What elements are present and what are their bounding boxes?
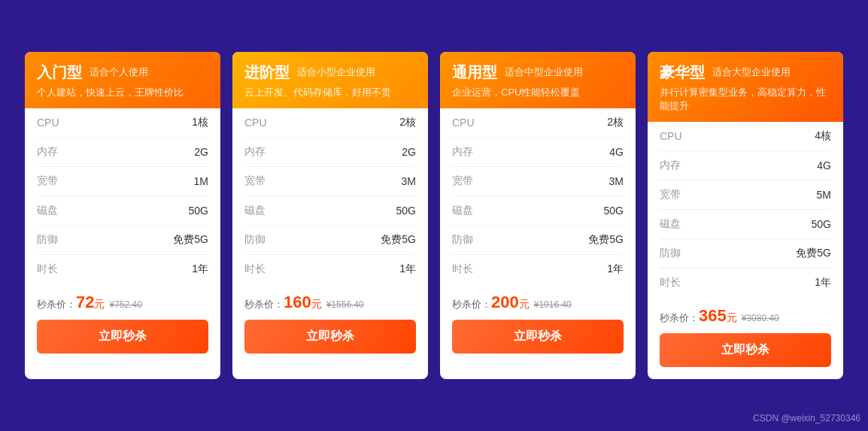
spec-label-advanced-4: 防御 [244, 233, 266, 247]
spec-value-luxury-5: 1年 [815, 276, 831, 290]
spec-label-entry-5: 时长 [37, 263, 58, 276]
spec-row-general-0: CPU2核 [452, 108, 624, 138]
spec-label-luxury-4: 防御 [660, 247, 681, 260]
spec-row-advanced-4: 防御免费5G [244, 226, 416, 255]
buy-button-entry[interactable]: 立即秒杀 [37, 320, 208, 354]
spec-label-luxury-5: 时长 [660, 276, 681, 290]
price-original-general: ¥1916.40 [534, 299, 572, 310]
spec-row-luxury-2: 宽带5M [660, 181, 831, 210]
spec-value-luxury-0: 4核 [815, 129, 831, 143]
card-footer-entry: 秒杀价：72元¥752.40立即秒杀 [25, 284, 220, 366]
spec-row-entry-3: 磁盘50G [37, 196, 208, 226]
spec-label-entry-4: 防御 [37, 233, 58, 247]
spec-row-advanced-3: 磁盘50G [244, 196, 416, 226]
spec-row-advanced-5: 时长1年 [244, 255, 416, 284]
spec-label-advanced-1: 内存 [244, 145, 266, 159]
spec-row-luxury-5: 时长1年 [660, 269, 831, 297]
card-footer-general: 秒杀价：200元¥1916.40立即秒杀 [440, 284, 636, 366]
price-line-luxury: 秒杀价：365元¥3080.40 [660, 306, 831, 326]
spec-value-entry-0: 1核 [192, 116, 208, 129]
card-footer-advanced: 秒杀价：160元¥1556.40立即秒杀 [232, 284, 428, 366]
card-title-general: 通用型 [452, 62, 497, 83]
price-main-advanced: 160 [284, 293, 311, 311]
spec-label-general-1: 内存 [452, 145, 473, 159]
spec-row-entry-2: 宽带1M [37, 167, 208, 196]
price-label-entry: 秒杀价： [37, 299, 76, 310]
spec-row-general-1: 内存4G [452, 138, 624, 167]
card-desc-general: 企业运营，CPU性能轻松覆盖 [452, 86, 624, 99]
spec-label-entry-1: 内存 [37, 145, 58, 159]
card-desc-luxury: 并行计算密集型业务，高稳定算力，性能提升 [660, 86, 831, 113]
spec-label-general-3: 磁盘 [452, 204, 473, 217]
card-general: 通用型适合中型企业使用企业运营，CPU性能轻松覆盖CPU2核内存4G宽带3M磁盘… [440, 52, 636, 379]
spec-value-general-0: 2核 [607, 116, 624, 129]
price-line-entry: 秒杀价：72元¥752.40 [37, 293, 208, 312]
buy-button-luxury[interactable]: 立即秒杀 [660, 333, 831, 367]
price-unit-general: 元 [519, 298, 530, 310]
spec-value-general-2: 3M [609, 175, 624, 187]
price-main-entry: 72 [76, 293, 94, 311]
price-original-entry: ¥752.40 [109, 299, 141, 310]
spec-row-general-3: 磁盘50G [452, 196, 624, 226]
spec-value-general-1: 4G [609, 146, 624, 158]
card-footer-luxury: 秒杀价：365元¥3080.40立即秒杀 [648, 297, 843, 379]
card-subtitle-advanced: 适合小型企业使用 [297, 65, 375, 79]
spec-label-entry-2: 宽带 [37, 175, 58, 188]
card-entry: 入门型适合个人使用个人建站，快速上云，王牌性价比CPU1核内存2G宽带1M磁盘5… [25, 52, 220, 379]
spec-label-advanced-2: 宽带 [244, 175, 266, 188]
card-desc-entry: 个人建站，快速上云，王牌性价比 [37, 86, 208, 99]
spec-label-luxury-2: 宽带 [660, 188, 681, 202]
spec-row-entry-1: 内存2G [37, 138, 208, 167]
spec-row-entry-0: CPU1核 [37, 108, 208, 138]
price-label-general: 秒杀价： [452, 299, 491, 310]
spec-value-advanced-0: 2核 [399, 116, 416, 129]
spec-row-advanced-0: CPU2核 [244, 108, 416, 138]
buy-button-advanced[interactable]: 立即秒杀 [244, 320, 416, 354]
price-unit-entry: 元 [94, 298, 105, 310]
price-unit-luxury: 元 [727, 311, 737, 323]
price-label-luxury: 秒杀价： [660, 312, 699, 323]
spec-row-luxury-0: CPU4核 [660, 122, 831, 151]
spec-value-general-3: 50G [604, 205, 624, 217]
spec-value-entry-3: 50G [189, 205, 208, 217]
card-advanced: 进阶型适合小型企业使用云上开发、代码存储库，好用不贵CPU2核内存2G宽带3M磁… [232, 52, 428, 379]
card-body-general: CPU2核内存4G宽带3M磁盘50G防御免费5G时长1年 [440, 108, 636, 284]
price-unit-advanced: 元 [311, 298, 322, 310]
spec-label-luxury-1: 内存 [660, 159, 681, 172]
spec-row-advanced-1: 内存2G [244, 138, 416, 167]
spec-value-advanced-1: 2G [402, 146, 416, 158]
spec-label-entry-0: CPU [37, 117, 59, 129]
spec-row-general-2: 宽带3M [452, 167, 624, 196]
price-main-luxury: 365 [699, 306, 727, 325]
card-desc-advanced: 云上开发、代码存储库，好用不贵 [244, 86, 416, 99]
card-body-advanced: CPU2核内存2G宽带3M磁盘50G防御免费5G时长1年 [232, 108, 428, 284]
spec-row-luxury-1: 内存4G [660, 151, 831, 181]
spec-value-general-5: 1年 [607, 263, 624, 276]
spec-row-entry-5: 时长1年 [37, 255, 208, 284]
card-luxury: 豪华型适合大型企业使用并行计算密集型业务，高稳定算力，性能提升CPU4核内存4G… [648, 52, 843, 379]
spec-row-luxury-4: 防御免费5G [660, 239, 831, 269]
spec-label-advanced-5: 时长 [244, 263, 266, 276]
card-title-luxury: 豪华型 [660, 62, 705, 83]
spec-value-entry-4: 免费5G [173, 233, 208, 247]
card-title-entry: 入门型 [37, 62, 82, 83]
spec-label-advanced-0: CPU [244, 117, 267, 129]
spec-value-entry-5: 1年 [192, 263, 208, 276]
price-line-advanced: 秒杀价：160元¥1556.40 [244, 293, 416, 312]
price-main-general: 200 [491, 293, 519, 311]
spec-value-advanced-5: 1年 [399, 263, 416, 276]
card-body-luxury: CPU4核内存4G宽带5M磁盘50G防御免费5G时长1年 [648, 122, 843, 297]
spec-value-entry-2: 1M [194, 175, 208, 187]
spec-value-luxury-3: 50G [812, 218, 831, 230]
card-subtitle-entry: 适合个人使用 [90, 65, 148, 79]
price-label-advanced: 秒杀价： [244, 299, 284, 310]
spec-row-advanced-2: 宽带3M [244, 167, 416, 196]
spec-label-general-2: 宽带 [452, 175, 473, 188]
card-subtitle-general: 适合中型企业使用 [505, 65, 583, 79]
buy-button-general[interactable]: 立即秒杀 [452, 320, 624, 354]
spec-label-general-4: 防御 [452, 233, 473, 247]
card-header-luxury: 豪华型适合大型企业使用并行计算密集型业务，高稳定算力，性能提升 [648, 52, 843, 122]
card-body-entry: CPU1核内存2G宽带1M磁盘50G防御免费5G时长1年 [25, 108, 220, 284]
spec-value-general-4: 免费5G [588, 233, 624, 247]
cards-container: 入门型适合个人使用个人建站，快速上云，王牌性价比CPU1核内存2G宽带1M磁盘5… [15, 52, 853, 379]
